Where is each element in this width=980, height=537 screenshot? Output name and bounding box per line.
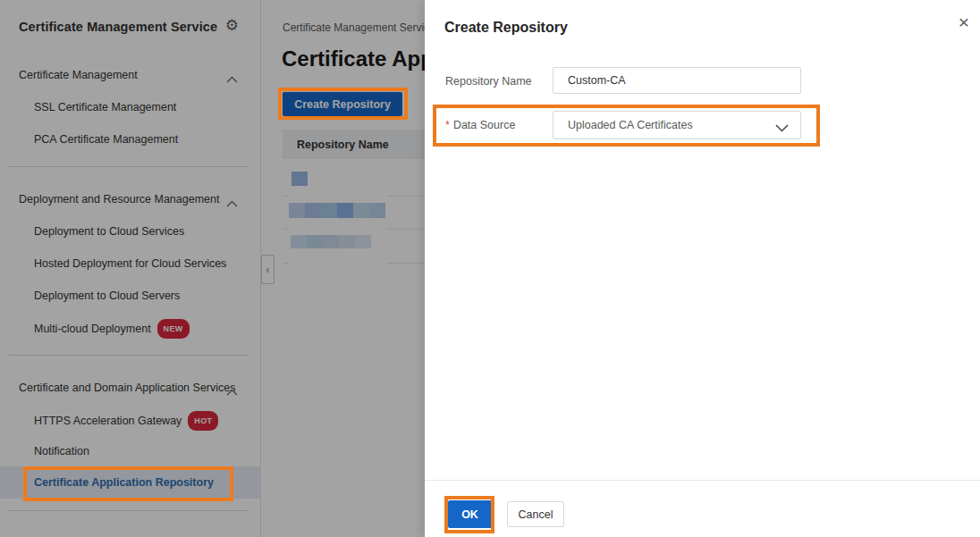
repository-name-label: Repository Name — [445, 75, 532, 88]
drawer-title: Create Repository — [444, 20, 568, 36]
divider — [425, 480, 980, 481]
cancel-button[interactable]: Cancel — [507, 501, 564, 527]
app-window: Certificate Management Service ⚙ Certifi… — [0, 0, 980, 537]
create-repository-drawer: Create Repository × Repository Name *Dat… — [425, 0, 980, 537]
data-source-label: *Data Source — [445, 119, 515, 131]
ok-button[interactable]: OK — [448, 500, 492, 528]
select-value: Uploaded CA Certificates — [568, 119, 693, 131]
chevron-down-icon — [775, 122, 789, 135]
repository-name-input[interactable] — [553, 67, 801, 94]
data-source-select[interactable]: Uploaded CA Certificates — [553, 111, 801, 139]
required-mark: * — [445, 119, 450, 131]
close-icon[interactable]: × — [959, 13, 969, 31]
